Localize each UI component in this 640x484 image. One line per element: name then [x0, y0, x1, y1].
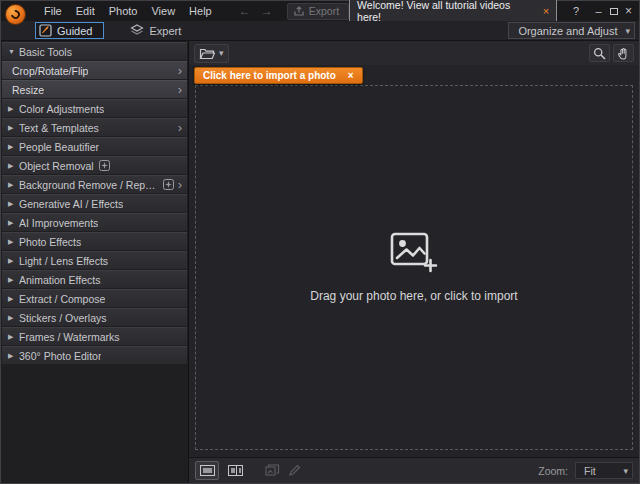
zoom-tool-button[interactable]	[589, 44, 610, 62]
sidebar-item-crop-rotate-flip[interactable]: Crop/Rotate/Flip ›	[2, 61, 187, 79]
tree-arrow-icon: ▶	[8, 200, 19, 208]
menu-help[interactable]: Help	[182, 2, 219, 20]
canvas-area: Drag your photo here, or click to import	[189, 65, 639, 457]
chevron-down-icon: ▾	[625, 26, 630, 36]
statusbar: Zoom: Fit ▾	[189, 457, 639, 483]
tree-arrow-icon: ▶	[8, 257, 19, 265]
chevron-down-icon: ▾	[623, 466, 628, 476]
sidebar-item-label: Photo Effects	[19, 236, 81, 248]
sidebar-item-basic-tools[interactable]: ▼ Basic Tools	[2, 42, 187, 60]
statusbar-secondary-icons	[265, 464, 301, 477]
export-label: Export	[309, 5, 339, 17]
tab-expert[interactable]: Expert	[124, 24, 187, 37]
sidebar-item-label: Stickers / Overlays	[19, 312, 107, 324]
zoom-value: Fit	[584, 465, 596, 477]
sidebar-item-label: AI Improvements	[19, 217, 98, 229]
close-button[interactable]: ×	[621, 3, 636, 19]
guided-tools-sidebar: ▼ Basic Tools Crop/Rotate/Flip › Resize …	[1, 41, 189, 483]
notification-close-icon[interactable]: ×	[543, 5, 549, 17]
sidebar-item-animation-effects[interactable]: ▶ Animation Effects	[2, 270, 187, 288]
sidebar-list: ▼ Basic Tools Crop/Rotate/Flip › Resize …	[1, 42, 188, 364]
back-arrow-icon[interactable]: ←	[239, 4, 251, 18]
menu-edit[interactable]: Edit	[69, 2, 102, 20]
menu-file[interactable]: File	[37, 2, 69, 20]
organize-and-adjust-dropdown[interactable]: Organize and Adjust ▾	[508, 22, 635, 39]
tab-guided-label: Guided	[57, 25, 92, 37]
canvas-toolbar: ▾	[189, 41, 639, 65]
sidebar-item-label: Resize	[12, 84, 44, 96]
maximize-icon	[610, 8, 618, 15]
chevron-right-icon: ›	[174, 178, 182, 191]
canvas-panel: ▾ Click here to import a photo ×	[189, 41, 639, 483]
pan-tool-button[interactable]	[613, 44, 634, 62]
sidebar-item-light-lens-effects[interactable]: ▶ Light / Lens Effects	[2, 251, 187, 269]
tree-arrow-icon: ▶	[8, 333, 19, 341]
tooltip-close-icon[interactable]: ×	[348, 70, 354, 81]
tree-arrow-icon: ▶	[8, 352, 19, 360]
chevron-down-icon: ▾	[219, 48, 224, 58]
tab-expert-label: Expert	[149, 25, 181, 37]
forward-arrow-icon[interactable]: →	[261, 4, 273, 18]
tab-guided[interactable]: Guided	[35, 22, 104, 39]
tree-arrow-icon: ▶	[8, 162, 19, 170]
zoom-label: Zoom:	[538, 465, 568, 477]
tree-arrow-icon: ▶	[8, 238, 19, 246]
sidebar-item-object-removal[interactable]: ▶ Object Removal	[2, 156, 187, 174]
chevron-right-icon: ›	[174, 121, 182, 134]
sidebar-item-resize[interactable]: Resize ›	[2, 80, 187, 98]
menu-photo[interactable]: Photo	[102, 2, 145, 20]
dropzone-text: Drag your photo here, or click to import	[310, 289, 517, 303]
sidebar-item-label: Text & Templates	[19, 122, 99, 134]
import-hint-tooltip[interactable]: Click here to import a photo ×	[194, 67, 363, 84]
zoom-level-dropdown[interactable]: Fit ▾	[575, 462, 633, 479]
sidebar-item-label: 360° Photo Editor	[19, 350, 101, 362]
notification-text: Welcome! View all tutorial videos here!	[357, 0, 535, 23]
expert-icon	[130, 24, 144, 37]
sidebar-item-label: Light / Lens Effects	[19, 255, 108, 267]
sidebar-item-stickers-overlays[interactable]: ▶ Stickers / Overlays	[2, 308, 187, 326]
zoom-controls: Zoom: Fit ▾	[538, 462, 633, 479]
import-photo-button[interactable]: ▾	[194, 44, 229, 63]
sidebar-item-photo-effects[interactable]: ▶ Photo Effects	[2, 232, 187, 250]
single-view-button[interactable]	[195, 461, 219, 480]
export-icon	[294, 6, 304, 16]
minimize-button[interactable]: –	[591, 3, 606, 19]
sidebar-item-label: Background Remove / Replace	[19, 179, 158, 191]
sidebar-item-extract-compose[interactable]: ▶ Extract / Compose	[2, 289, 187, 307]
sidebar-item-people-beautifier[interactable]: ▶ People Beautifier	[2, 137, 187, 155]
photo-dropzone[interactable]: Drag your photo here, or click to import	[195, 85, 633, 450]
sidebar-item-generative-ai-effects[interactable]: ▶ Generative AI / Effects	[2, 194, 187, 212]
chevron-right-icon: ›	[174, 83, 182, 96]
help-button[interactable]: ?	[567, 5, 585, 17]
menubar: File Edit Photo View Help	[37, 2, 219, 20]
app-window: File Edit Photo View Help ← → Export Wel…	[0, 0, 640, 484]
ai-feature-icon	[163, 179, 174, 190]
sidebar-item-background-remove-replace[interactable]: ▶ Background Remove / Replace ›	[2, 175, 187, 193]
sidebar-item-label: Basic Tools	[19, 46, 72, 58]
export-button[interactable]: Export	[287, 3, 349, 20]
maximize-button[interactable]	[606, 3, 621, 19]
sidebar-item-label: Frames / Watermarks	[19, 331, 120, 343]
sidebar-item-text-templates[interactable]: ▶ Text & Templates ›	[2, 118, 187, 136]
add-image-icon	[390, 232, 438, 274]
menu-view[interactable]: View	[144, 2, 182, 20]
app-logo-icon	[5, 4, 26, 25]
sidebar-item-frames-watermarks[interactable]: ▶ Frames / Watermarks	[2, 327, 187, 345]
sidebar-item-360-photo-editor[interactable]: ▶ 360° Photo Editor	[2, 346, 187, 364]
split-view-button[interactable]	[223, 461, 247, 480]
images-stack-icon[interactable]	[265, 464, 280, 477]
sidebar-item-label: Generative AI / Effects	[19, 198, 123, 210]
sidebar-item-color-adjustments[interactable]: ▶ Color Adjustments	[2, 99, 187, 117]
sidebar-item-label: Animation Effects	[19, 274, 101, 286]
sidebar-item-ai-improvements[interactable]: ▶ AI Improvements	[2, 213, 187, 231]
hand-icon	[617, 47, 630, 60]
sidebar-item-label: Color Adjustments	[19, 103, 104, 115]
main-content: ▼ Basic Tools Crop/Rotate/Flip › Resize …	[1, 41, 639, 483]
tree-arrow-icon: ▶	[8, 124, 19, 132]
sidebar-item-label: People Beautifier	[19, 141, 99, 153]
tree-arrow-icon: ▶	[8, 105, 19, 113]
guided-icon	[39, 24, 52, 37]
brush-icon[interactable]	[288, 464, 301, 477]
organize-label: Organize and Adjust	[518, 25, 617, 37]
ai-feature-icon	[99, 160, 110, 171]
